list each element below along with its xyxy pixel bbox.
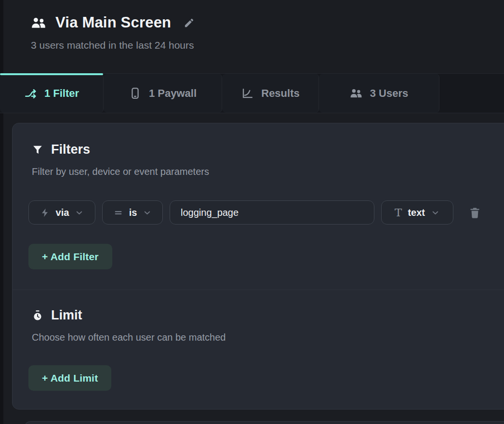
limit-title: Limit — [51, 308, 82, 323]
tab-filter[interactable]: 1 Filter — [0, 74, 104, 113]
chevron-down-icon — [143, 208, 152, 217]
type-dropdown[interactable]: T text — [381, 200, 453, 225]
filter-split-icon — [24, 87, 37, 100]
add-filter-button[interactable]: + Add Filter — [28, 244, 112, 269]
users-icon — [350, 87, 363, 100]
next-card-partial — [24, 421, 504, 424]
matched-users-summary: 3 users matched in the last 24 hours — [31, 40, 504, 51]
main-content: Filters Filter by user, device or event … — [0, 113, 504, 424]
filters-section: Filters Filter by user, device or event … — [13, 123, 504, 290]
operator-dropdown-value: is — [129, 207, 137, 218]
add-limit-button[interactable]: + Add Limit — [28, 365, 111, 391]
users-icon — [31, 15, 47, 30]
tab-users[interactable]: 3 Users — [319, 74, 439, 113]
delete-filter-button[interactable] — [467, 205, 482, 220]
phone-icon — [129, 87, 142, 100]
filters-heading: Filters — [32, 142, 494, 158]
funnel-icon — [32, 144, 43, 156]
limit-section: Limit Choose how often each user can be … — [13, 290, 504, 409]
limit-heading: Limit — [32, 307, 494, 323]
tab-filter-label: 1 Filter — [44, 87, 79, 100]
lightning-icon — [40, 208, 50, 218]
trash-icon — [468, 206, 481, 219]
operator-dropdown[interactable]: is — [102, 200, 163, 225]
tab-paywall[interactable]: 1 Paywall — [104, 74, 222, 113]
header: Via Main Screen 3 users matched in the l… — [0, 0, 504, 73]
tab-results[interactable]: Results — [222, 74, 319, 113]
filters-subtitle: Filter by user, device or event paramete… — [32, 166, 494, 177]
tab-paywall-label: 1 Paywall — [149, 87, 197, 100]
tabbar-spacer — [439, 74, 504, 113]
tabbar: 1 Filter 1 Paywall Results 3 Users — [0, 73, 504, 113]
rule-card: Filters Filter by user, device or event … — [12, 123, 504, 410]
filters-title: Filters — [51, 142, 90, 157]
stopwatch-icon — [32, 310, 43, 321]
pencil-icon — [184, 17, 195, 28]
tab-results-label: Results — [261, 87, 299, 100]
filter-row: via is — [28, 200, 494, 225]
title-row: Via Main Screen — [31, 13, 504, 33]
equals-icon — [113, 208, 123, 218]
filter-value-field — [170, 200, 374, 225]
page-title: Via Main Screen — [55, 14, 171, 31]
line-chart-icon — [241, 87, 254, 100]
filter-value-input[interactable] — [181, 207, 363, 218]
audience-editor-screen: Via Main Screen 3 users matched in the l… — [0, 0, 504, 424]
text-type-icon: T — [395, 206, 402, 219]
chevron-down-icon — [75, 208, 84, 217]
chevron-down-icon — [431, 208, 440, 217]
edit-title-button[interactable] — [183, 16, 196, 29]
field-dropdown-value: via — [56, 207, 69, 218]
limit-subtitle: Choose how often each user can be matche… — [32, 331, 494, 343]
field-dropdown[interactable]: via — [28, 200, 95, 225]
type-dropdown-value: text — [408, 207, 425, 218]
tab-users-label: 3 Users — [370, 87, 409, 100]
